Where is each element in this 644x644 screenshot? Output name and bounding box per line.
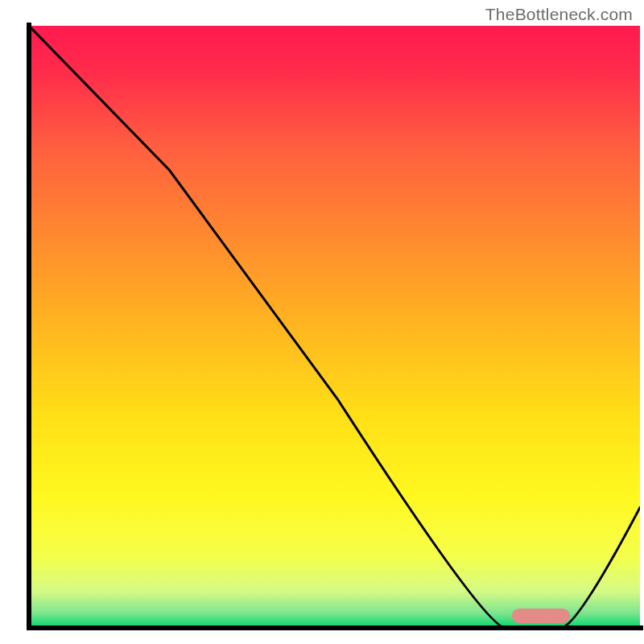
chart-wrapper: TheBottleneck.com [0, 0, 644, 644]
optimal-range-marker [512, 609, 570, 623]
plot-background [29, 26, 640, 628]
attribution-text: TheBottleneck.com [485, 5, 633, 24]
bottleneck-chart [0, 0, 644, 644]
